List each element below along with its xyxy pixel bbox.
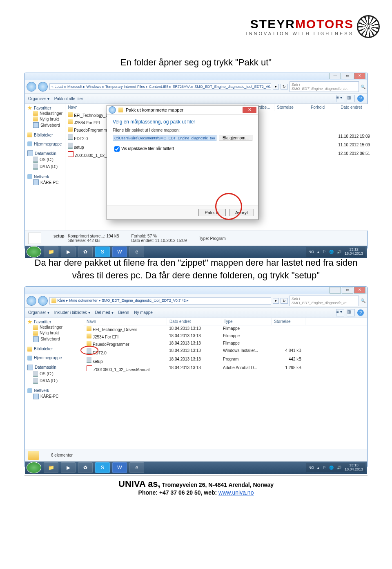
breadcrumb-dropdown[interactable]: ▾: [273, 298, 279, 304]
toolbar-newfolder[interactable]: Ny mappe: [134, 310, 153, 315]
sidebar-hjemmegruppe[interactable]: Hjemmegruppe: [34, 142, 62, 146]
refresh-button[interactable]: ↻: [281, 84, 288, 90]
dialog-path-input[interactable]: [113, 135, 216, 141]
view-button[interactable]: ≡ ▾: [336, 95, 344, 102]
minimize-button[interactable]: —: [330, 287, 341, 293]
sidebar-os-c[interactable]: OS (C:): [27, 370, 81, 377]
breadcrumb[interactable]: « Local ▸ Microsoft ▸ Windows ▸ Temporar…: [49, 83, 271, 90]
close-button[interactable]: ✕: [354, 73, 365, 79]
nav-forward-button[interactable]: [38, 296, 48, 306]
taskbar-flag-icon[interactable]: ⚐: [323, 466, 326, 470]
toolbar-include[interactable]: Inkluder i bibliotek ▾: [54, 310, 90, 315]
help-button[interactable]: ?: [357, 309, 364, 316]
taskbar-word-icon[interactable]: W: [112, 462, 127, 473]
taskbar-clock[interactable]: 13:1318.04.2013: [345, 464, 363, 472]
sidebar-datamaskin[interactable]: Datamaskin: [35, 365, 56, 370]
dialog-cancel-button[interactable]: Avbryt: [229, 209, 254, 216]
dialog-close-button[interactable]: ✕: [243, 107, 256, 113]
sidebar-favoritter[interactable]: Favoritter: [34, 320, 51, 324]
maximize-button[interactable]: ▭: [342, 287, 353, 293]
taskbar-explorer-icon[interactable]: 📁: [44, 246, 58, 257]
file-row[interactable]: J2534 For EFI18.04.2013 13:13Filmappe: [84, 333, 367, 340]
col-size[interactable]: Størrelse: [272, 318, 305, 325]
file-row[interactable]: EFI_Technology_Drivers18.04.2013 13:13Fi…: [84, 325, 367, 333]
toolbar-organiser[interactable]: Organiser ▾: [28, 310, 49, 315]
taskbar-lang[interactable]: NO: [308, 250, 314, 254]
taskbar-network-icon[interactable]: 🌐: [329, 250, 334, 254]
toolbar-extract-all[interactable]: Pakk ut alle filer: [54, 96, 83, 101]
minimize-button[interactable]: —: [330, 73, 341, 79]
taskbar-word-icon[interactable]: W: [112, 246, 127, 257]
nav-back-button[interactable]: [27, 82, 36, 92]
sidebar-nedlastinger[interactable]: Nedlastinger: [27, 325, 81, 330]
file-row[interactable]: Z0010800_1_02_UsersManual18.04.2013 13:1…: [84, 365, 367, 373]
taskbar-icon[interactable]: ✿: [78, 246, 93, 257]
file-row[interactable]: setup18.04.2013 13:13Program442 kB: [84, 356, 367, 365]
taskbar-skype-icon[interactable]: S: [95, 462, 110, 473]
taskbar-explorer-icon[interactable]: 📁: [44, 462, 58, 473]
sidebar-favoritter[interactable]: Favoritter: [34, 106, 51, 110]
search-input[interactable]: Søk i SMO_EDT_Engine_diagnostic_to...: [290, 81, 359, 92]
sidebar-biblioteker[interactable]: Biblioteker: [34, 347, 53, 351]
taskbar-clock[interactable]: 13:1218.04.2013: [345, 248, 363, 256]
col-date[interactable]: Dato endret: [338, 104, 388, 111]
footer-link[interactable]: www.univa.no: [218, 489, 254, 496]
search-input[interactable]: Søk i SMO_EDT_Engine_diagnostic_to...: [290, 296, 359, 306]
taskbar-tray-icon[interactable]: ▴: [317, 466, 319, 470]
toolbar-burn[interactable]: Brenn: [118, 310, 129, 315]
dialog-browse-button[interactable]: Bla gjennom...: [219, 135, 252, 141]
breadcrumb[interactable]: Kåre ▸ Mine dokumenter ▸ SMO_EDT_Engine_…: [49, 297, 271, 305]
sidebar-nylig[interactable]: Nylig brukt: [27, 116, 62, 122]
start-button[interactable]: [27, 462, 41, 473]
toolbar-share[interactable]: Del med ▾: [95, 310, 114, 315]
help-button[interactable]: ?: [357, 95, 364, 102]
col-type[interactable]: Type: [221, 318, 272, 325]
sidebar-datamaskin[interactable]: Datamaskin: [35, 151, 56, 156]
taskbar-tray-icon[interactable]: ▴: [317, 250, 319, 254]
file-row[interactable]: EDT2.018.04.2013 13:13Windows Installer.…: [84, 347, 367, 356]
sidebar-pc[interactable]: KÅRE-PC: [27, 393, 81, 400]
breadcrumb-dropdown[interactable]: ▾: [273, 84, 279, 90]
sidebar-hjemmegruppe[interactable]: Hjemmegruppe: [34, 356, 62, 360]
preview-pane-button[interactable]: ▥: [347, 309, 355, 316]
dialog-ok-button[interactable]: Pakk ut: [198, 209, 226, 216]
search-icon[interactable]: 🔍: [361, 85, 365, 89]
sidebar-skrivebord[interactable]: Skrivebord: [27, 122, 62, 128]
taskbar-flag-icon[interactable]: ⚐: [323, 250, 326, 254]
maximize-button[interactable]: ▭: [342, 73, 353, 79]
taskbar-network-icon[interactable]: 🌐: [329, 466, 334, 470]
preview-pane-button[interactable]: ▥: [347, 95, 355, 102]
search-icon[interactable]: 🔍: [361, 298, 365, 303]
sidebar-nylig[interactable]: Nylig brukt: [27, 330, 81, 336]
taskbar-ie-icon[interactable]: e: [129, 246, 144, 257]
start-button[interactable]: [27, 246, 41, 258]
refresh-button[interactable]: ↻: [281, 298, 288, 304]
nav-back-button[interactable]: [27, 296, 36, 306]
sidebar-nettverk[interactable]: Nettverk: [34, 388, 49, 393]
dialog-show-checkbox[interactable]: [114, 146, 120, 152]
sidebar-data-d[interactable]: DATA (D:): [27, 377, 81, 384]
sidebar-skrivebord[interactable]: Skrivebord: [27, 336, 81, 343]
taskbar-media-icon[interactable]: ▶: [61, 246, 76, 257]
sidebar-pc[interactable]: KÅRE-PC: [27, 179, 62, 186]
close-button[interactable]: ✕: [354, 287, 365, 293]
sidebar-nettverk[interactable]: Nettverk: [34, 175, 49, 179]
nav-forward-button[interactable]: [38, 82, 48, 92]
col-ratio[interactable]: Forhold: [308, 104, 338, 111]
taskbar-lang[interactable]: NO: [308, 466, 314, 470]
toolbar-organiser[interactable]: Organiser ▾: [28, 96, 49, 101]
sidebar-nedlastinger[interactable]: Nedlastinger: [27, 110, 62, 116]
dialog-back-icon[interactable]: [109, 106, 116, 114]
sidebar-biblioteker[interactable]: Biblioteker: [34, 133, 53, 137]
col-size[interactable]: Størrelse: [274, 104, 308, 111]
taskbar-media-icon[interactable]: ▶: [61, 462, 76, 473]
taskbar-skype-icon[interactable]: S: [95, 246, 110, 257]
col-navn[interactable]: Navn: [84, 318, 167, 325]
taskbar-ie-icon[interactable]: e: [129, 462, 144, 473]
view-button[interactable]: ≡ ▾: [336, 309, 344, 316]
taskbar-sound-icon[interactable]: 🔊: [337, 250, 341, 254]
sidebar-data-d[interactable]: DATA (D:): [27, 163, 62, 170]
taskbar-icon[interactable]: ✿: [78, 462, 93, 473]
taskbar-sound-icon[interactable]: 🔊: [337, 466, 341, 470]
col-date[interactable]: Dato endret: [167, 318, 221, 325]
